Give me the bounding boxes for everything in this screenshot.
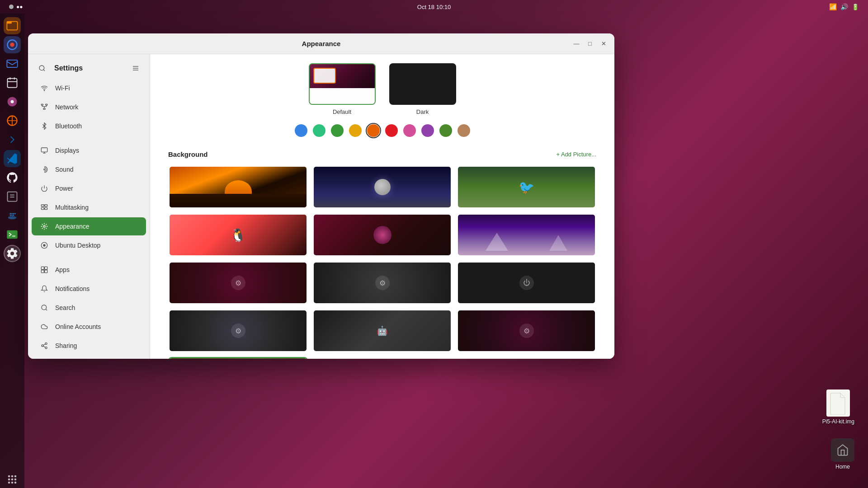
sidebar-item-displays[interactable]: Displays [32, 141, 146, 160]
minimize-button[interactable]: — [571, 38, 582, 49]
dock-item-files[interactable] [4, 17, 21, 34]
sidebar-item-network[interactable]: Network [32, 98, 146, 116]
svg-rect-5 [8, 79, 17, 88]
svg-point-38 [44, 169, 45, 170]
wallpaper-pink[interactable]: 🐧 [168, 213, 308, 257]
topbar-app-name: ●● [16, 4, 23, 10]
sidebar-item-wifi[interactable]: Wi-Fi [32, 79, 146, 97]
wallpaper-robot[interactable]: 🤖 [312, 309, 452, 352]
dock-item-browser[interactable] [4, 36, 21, 53]
wallpaper-brown[interactable]: ⚙ ubuntu [168, 357, 308, 359]
sidebar-item-online-accounts-label: Online Accounts [55, 323, 101, 330]
dock-item-code[interactable] [4, 131, 21, 148]
wallpaper-grid: 🐦 🐧 [168, 165, 596, 359]
sidebar-item-multitasking[interactable]: Multitasking [32, 198, 146, 216]
ubuntu1-icon: ⚙ [231, 276, 245, 290]
wifi-status-icon: 📶 [829, 3, 837, 10]
desktop-file-item[interactable]: Pi5-AI-kit.img [822, 389, 854, 425]
accent-color-yellow[interactable] [349, 124, 362, 137]
add-picture-button[interactable]: + Add Picture... [556, 151, 596, 158]
svg-rect-33 [46, 104, 47, 105]
sidebar-item-sharing[interactable]: Sharing [32, 337, 146, 355]
wallpaper-mountain[interactable] [457, 213, 596, 257]
accent-color-red[interactable] [385, 124, 398, 137]
dock-item-music[interactable] [4, 93, 21, 110]
wallpaper-ubuntu3-preview: ⏻ [458, 263, 595, 303]
wallpaper-ubuntu2[interactable]: ⚙ [312, 261, 452, 305]
sidebar: Settings Wi-Fi Network [28, 54, 150, 359]
svg-point-25 [11, 482, 14, 484]
svg-point-52 [45, 343, 47, 344]
sidebar-item-wifi-label: Wi-Fi [55, 84, 70, 92]
theme-selector: Default Dark [168, 63, 596, 115]
svg-point-18 [8, 475, 10, 478]
theme-dark-label: Dark [416, 108, 429, 115]
sidebar-item-power-label: Power [55, 185, 73, 192]
svg-rect-32 [41, 104, 43, 105]
close-button[interactable]: ✕ [598, 38, 609, 49]
sidebar-item-appearance[interactable]: Appearance [32, 217, 146, 235]
dock-item-show-apps[interactable] [4, 471, 21, 488]
accent-color-tan[interactable] [458, 124, 470, 137]
wallpaper-moon[interactable] [312, 165, 452, 209]
sidebar-search-icon[interactable] [35, 61, 49, 75]
sidebar-item-apps[interactable]: Apps [32, 261, 146, 279]
dock-item-settings[interactable] [4, 245, 21, 262]
svg-point-15 [8, 216, 17, 219]
topbar-left: ●● [9, 4, 23, 10]
theme-option-dark[interactable]: Dark [389, 63, 456, 115]
wallpaper-bird-preview: 🐦 [458, 167, 595, 207]
maximize-button[interactable]: □ [585, 38, 595, 49]
dock-item-github[interactable] [4, 169, 21, 186]
desktop-home-item[interactable]: Home [831, 438, 854, 470]
wallpaper-ubuntu5-preview: ⚙ [458, 310, 595, 351]
sidebar-item-sound[interactable]: Sound [32, 160, 146, 178]
theme-preview-default [309, 63, 376, 105]
wallpaper-desert-preview [170, 167, 307, 207]
sound-icon [40, 165, 49, 174]
topbar-indicator [9, 5, 14, 9]
svg-rect-49 [41, 270, 44, 273]
accent-color-teal[interactable] [313, 124, 326, 137]
sidebar-item-bluetooth[interactable]: Bluetooth [32, 117, 146, 135]
dock-item-terminal[interactable] [4, 226, 21, 243]
topbar-right: 📶 🔊 🔋 [829, 3, 859, 10]
wallpaper-ubuntu3[interactable]: ⏻ [457, 261, 596, 305]
wallpaper-ubuntu4[interactable]: ⚙ [168, 309, 308, 352]
multitasking-icon [40, 203, 49, 212]
wifi-icon [40, 84, 49, 93]
dock-item-docker[interactable] [4, 207, 21, 224]
accent-color-blue[interactable] [295, 124, 307, 137]
dock-item-mail[interactable] [4, 55, 21, 72]
dock-item-vscode[interactable] [4, 150, 21, 167]
wallpaper-redblack[interactable] [312, 213, 452, 257]
wallpaper-ubuntu5[interactable]: ⚙ [457, 309, 596, 352]
theme-option-default[interactable]: Default [309, 63, 376, 115]
sharing-icon [40, 341, 49, 350]
sidebar-menu-button[interactable] [129, 61, 142, 75]
wallpaper-desert[interactable] [168, 165, 308, 209]
dock-item-photos[interactable] [4, 112, 21, 129]
ubuntu5-icon: ⚙ [519, 324, 534, 338]
wallpaper-ubuntu1[interactable]: ⚙ [168, 261, 308, 305]
sidebar-item-search[interactable]: Search [32, 299, 146, 317]
svg-point-26 [14, 482, 17, 484]
dock-item-tasks[interactable] [4, 188, 21, 205]
svg-rect-12 [8, 192, 17, 202]
wallpaper-pink-preview: 🐧 [170, 215, 307, 255]
accent-color-purple[interactable] [421, 124, 434, 137]
dock-item-calendar[interactable] [4, 74, 21, 91]
sidebar-item-ubuntu-desktop[interactable]: Ubuntu Desktop [32, 236, 146, 254]
sidebar-item-notifications[interactable]: Notifications [32, 280, 146, 298]
svg-point-21 [8, 479, 10, 481]
sidebar-item-power[interactable]: Power [32, 179, 146, 197]
accent-color-green[interactable] [331, 124, 344, 137]
accent-color-dark-green[interactable] [439, 124, 452, 137]
background-section-header: Background + Add Picture... [168, 150, 596, 158]
wallpaper-ubuntu2-preview: ⚙ [314, 263, 451, 303]
sidebar-item-online-accounts[interactable]: Online Accounts [32, 318, 146, 336]
accent-color-pink[interactable] [403, 124, 416, 137]
wallpaper-bird[interactable]: 🐦 [457, 165, 596, 209]
accent-color-orange[interactable] [367, 124, 380, 137]
svg-point-22 [11, 479, 14, 481]
